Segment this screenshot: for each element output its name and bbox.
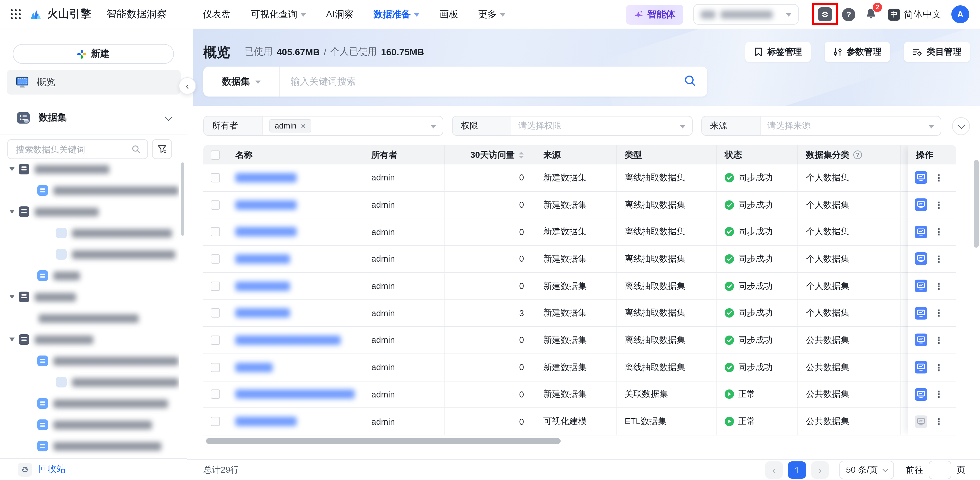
tree-item-redacted[interactable] — [0, 244, 179, 265]
dataset-name-redacted-link[interactable] — [235, 363, 273, 372]
page-size-select[interactable]: 50 条/页 — [839, 461, 894, 479]
nav-item-数据准备[interactable]: 数据准备 — [373, 8, 419, 20]
help-circle-icon[interactable]: ? — [853, 150, 862, 159]
table-row[interactable]: admin0新建数据集离线抽取数据集同步成功个人数据集20 — [203, 192, 956, 219]
tree-item-redacted[interactable] — [0, 350, 179, 371]
dataset-name-redacted-link[interactable] — [235, 173, 297, 182]
nav-item-可视化查询[interactable]: 可视化查询 — [251, 8, 306, 20]
visual-query-icon[interactable] — [915, 280, 928, 292]
table-row[interactable]: admin0新建数据集离线抽取数据集同步成功公共数据集20 — [203, 354, 956, 381]
table-row[interactable]: admin0新建数据集离线抽取数据集同步成功个人数据集20 — [203, 165, 956, 192]
visual-query-icon[interactable] — [915, 388, 928, 401]
dataset-name-cell[interactable] — [228, 327, 363, 353]
tree-item-redacted[interactable] — [0, 265, 179, 286]
table-row[interactable]: admin0新建数据集离线抽取数据集同步成功个人数据集20 — [203, 219, 956, 246]
dataset-name-cell[interactable] — [228, 273, 363, 299]
dataset-name-cell[interactable] — [228, 246, 363, 272]
dataset-name-redacted-link[interactable] — [235, 281, 290, 291]
col-visits[interactable]: 30天访问量 — [445, 145, 535, 165]
nav-item-画板[interactable]: 画板 — [439, 8, 458, 20]
hscroll-thumb[interactable] — [206, 438, 561, 444]
more-actions-icon[interactable]: ⋮ — [934, 254, 943, 264]
dataset-name-cell[interactable] — [228, 354, 363, 380]
select-all-checkbox[interactable] — [210, 150, 220, 160]
tree-item-redacted[interactable] — [0, 436, 179, 457]
tree-caret-icon[interactable] — [10, 337, 15, 342]
row-checkbox[interactable] — [210, 227, 220, 236]
row-checkbox[interactable] — [210, 281, 220, 291]
visual-query-icon[interactable] — [915, 171, 928, 184]
dataset-name-redacted-link[interactable] — [235, 336, 340, 345]
visual-query-icon[interactable] — [915, 307, 928, 320]
search-submit-icon[interactable] — [683, 74, 697, 90]
category-manage-button[interactable]: 类目管理 — [904, 42, 970, 62]
tree-item-redacted[interactable] — [0, 393, 179, 414]
tree-item-redacted[interactable] — [0, 201, 179, 222]
visual-query-icon[interactable] — [915, 253, 928, 265]
table-row[interactable]: admin0可视化建模ETL数据集正常公共数据集 — [203, 408, 956, 435]
row-checkbox[interactable] — [210, 390, 220, 399]
dataset-name-redacted-link[interactable] — [235, 254, 290, 264]
search-placeholder[interactable]: 输入关键词搜索 — [280, 76, 683, 87]
row-checkbox[interactable] — [210, 254, 220, 264]
col-category[interactable]: 数据集分类 ? — [798, 145, 900, 165]
visual-query-icon[interactable] — [915, 198, 928, 211]
table-row[interactable]: admin0新建数据集离线抽取数据集同步成功个人数据集20 — [203, 246, 956, 272]
tree-item-redacted[interactable] — [0, 180, 179, 201]
dataset-name-redacted-link[interactable] — [235, 390, 355, 399]
more-actions-icon[interactable]: ⋮ — [934, 417, 943, 426]
tree-caret-icon[interactable] — [10, 210, 15, 214]
dataset-name-cell[interactable] — [228, 165, 363, 191]
col-status[interactable]: 状态 — [717, 145, 798, 165]
more-actions-icon[interactable]: ⋮ — [934, 200, 943, 209]
dataset-name-redacted-link[interactable] — [235, 417, 297, 426]
tree-caret-icon[interactable] — [10, 295, 15, 299]
task-center-icon[interactable]: ⚙ — [818, 7, 832, 21]
visual-query-icon[interactable] — [915, 225, 928, 238]
tree-item-redacted[interactable] — [0, 222, 179, 244]
table-row[interactable]: admin0新建数据集关联数据集正常公共数据集 — [203, 381, 956, 408]
dataset-name-redacted-link[interactable] — [235, 200, 297, 209]
new-button[interactable]: 新建 — [13, 44, 174, 64]
dataset-name-cell[interactable] — [228, 300, 363, 326]
more-actions-icon[interactable]: ⋮ — [934, 363, 943, 372]
tree-item-redacted[interactable] — [0, 371, 179, 393]
filter-owner[interactable]: 所有者 admin ✕ — [203, 116, 444, 136]
more-actions-icon[interactable]: ⋮ — [934, 173, 943, 182]
tree-item-redacted[interactable] — [0, 329, 179, 350]
nav-item-更多[interactable]: 更多 — [478, 8, 505, 20]
more-actions-icon[interactable]: ⋮ — [934, 336, 943, 345]
col-type[interactable]: 类型 — [617, 145, 717, 165]
filter-expand-button[interactable] — [952, 117, 970, 135]
visual-query-icon[interactable] — [915, 361, 928, 374]
account-selector[interactable] — [693, 4, 799, 25]
prev-page-button[interactable]: ‹ — [765, 461, 783, 478]
row-checkbox[interactable] — [210, 173, 220, 182]
goto-page-input[interactable] — [929, 461, 951, 479]
tag-close-icon[interactable]: ✕ — [300, 122, 306, 130]
dataset-search-input[interactable] — [15, 143, 127, 155]
dataset-name-cell[interactable] — [228, 192, 363, 218]
row-checkbox[interactable] — [210, 363, 220, 372]
table-row[interactable]: admin0新建数据集离线抽取数据集同步成功个人数据集20 — [203, 273, 956, 300]
page-vertical-scrollbar[interactable] — [974, 160, 978, 248]
sidebar-item-overview[interactable]: 概览 — [7, 70, 181, 95]
apps-grid-icon[interactable] — [11, 10, 21, 19]
dataset-name-cell[interactable] — [228, 408, 363, 434]
nav-item-AI洞察[interactable]: AI洞察 — [326, 8, 353, 20]
row-checkbox[interactable] — [210, 200, 220, 209]
current-page-button[interactable]: 1 — [788, 461, 806, 478]
help-icon[interactable]: ? — [842, 8, 855, 21]
row-checkbox[interactable] — [210, 417, 220, 426]
dataset-name-redacted-link[interactable] — [235, 227, 297, 236]
visual-query-icon[interactable] — [915, 334, 928, 347]
sidebar-collapse-handle[interactable]: ‹ — [179, 77, 196, 95]
col-name[interactable]: 名称 — [228, 145, 363, 165]
tree-item-redacted[interactable] — [0, 286, 179, 307]
sidebar-section-dataset[interactable]: 数据集 — [7, 105, 181, 130]
language-switcher[interactable]: 中 简体中文 — [888, 8, 941, 20]
tree-caret-icon[interactable] — [10, 167, 15, 171]
param-manage-button[interactable]: 参数管理 — [825, 42, 890, 62]
sidebar-scrollbar[interactable] — [181, 162, 184, 236]
more-actions-icon[interactable]: ⋮ — [934, 309, 943, 318]
